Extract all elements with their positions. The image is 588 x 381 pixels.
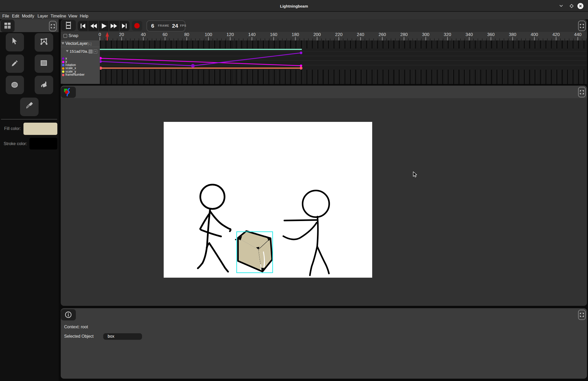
- svg-text:300: 300: [422, 32, 429, 37]
- svg-text:340: 340: [466, 32, 473, 37]
- svg-text:80: 80: [184, 32, 189, 37]
- svg-text:40: 40: [141, 32, 146, 37]
- svg-text:160: 160: [270, 32, 277, 37]
- svg-text:180: 180: [292, 32, 299, 37]
- svg-text:280: 280: [400, 32, 408, 37]
- svg-text:140: 140: [248, 32, 255, 37]
- svg-text:420: 420: [552, 32, 560, 37]
- svg-text:200: 200: [313, 32, 321, 37]
- svg-text:220: 220: [335, 32, 342, 37]
- svg-text:100: 100: [205, 32, 212, 37]
- svg-text:440: 440: [574, 32, 581, 37]
- svg-text:260: 260: [379, 32, 386, 37]
- svg-text:60: 60: [163, 32, 168, 37]
- svg-text:400: 400: [531, 32, 538, 37]
- svg-text:320: 320: [444, 32, 451, 37]
- svg-text:20: 20: [119, 32, 124, 37]
- svg-text:380: 380: [509, 32, 516, 37]
- svg-text:360: 360: [487, 32, 494, 37]
- svg-text:0: 0: [99, 32, 101, 37]
- svg-text:120: 120: [226, 32, 234, 37]
- svg-text:240: 240: [357, 32, 364, 37]
